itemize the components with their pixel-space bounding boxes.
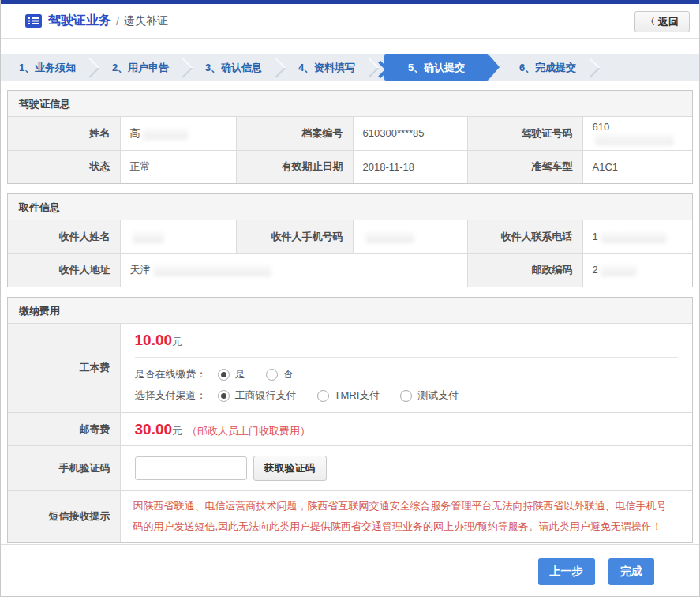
- production-fee-value: 10.00元 是否在线缴费： 是 否: [120, 324, 692, 413]
- recipient-mobile-value: [353, 220, 467, 253]
- payment-channel-question: 选择支付渠道：: [135, 389, 207, 403]
- step-3-confirm-info[interactable]: 3、确认信息: [187, 54, 280, 81]
- sms-notice-cell: 因陕西省联通、电信运营商技术问题，陕西省互联网交通安全综合服务管理平台无法向持陕…: [120, 491, 692, 543]
- online-payment-option-yes[interactable]: 是: [218, 367, 245, 381]
- radio-unchecked-icon[interactable]: [400, 390, 412, 402]
- license-info-title: 驾驶证信息: [8, 91, 692, 117]
- redacted-value: [133, 231, 164, 243]
- chevron-right-icon: [580, 58, 600, 77]
- step-2-user-declaration[interactable]: 2、用户申告: [94, 54, 187, 81]
- page: 驾驶证业务 / 遗失补证 〈 返回 1、业务须知 2、用户申告 3、确认信息 4…: [0, 0, 700, 597]
- vehicle-class-value: A1C1: [582, 150, 692, 183]
- radio-label: 工商银行支付: [235, 389, 297, 403]
- step-6-complete-submit[interactable]: 6、完成提交: [501, 54, 594, 81]
- radio-unchecked-icon[interactable]: [266, 369, 278, 381]
- step-5-confirm-submit-active[interactable]: 5、确认提交: [384, 54, 489, 81]
- sms-notice-text: 因陕西省联通、电信运营商技术问题，陕西省互联网交通安全综合服务管理平台无法向持陕…: [132, 491, 683, 542]
- redacted-value: [143, 128, 189, 140]
- step-label: 6、完成提交: [519, 61, 576, 75]
- channel-option-icbc[interactable]: 工商银行支付: [218, 389, 297, 403]
- finish-button[interactable]: 完成: [608, 558, 654, 585]
- table-row: 收件人地址 天津 邮政编码 2: [8, 253, 692, 287]
- table-row: 短信接收提示 因陕西省联通、电信运营商技术问题，陕西省互联网交通安全综合服务管理…: [8, 491, 692, 543]
- step-label: 4、资料填写: [298, 61, 355, 75]
- step-label: 3、确认信息: [205, 61, 262, 75]
- redacted-value: [595, 133, 674, 145]
- postcode-value: 2: [582, 253, 692, 287]
- recipient-address-label: 收件人地址: [8, 253, 120, 287]
- fees-section: 缴纳费用 工本费 10.00元 是否在线缴费： 是: [7, 297, 693, 543]
- redacted-value: [153, 265, 271, 276]
- postage-fee-amount: 30.00: [135, 421, 173, 437]
- payment-channel-row: 选择支付渠道： 工商银行支付 TMRI支付 测试支付: [135, 389, 679, 403]
- radio-checked-icon[interactable]: [218, 369, 230, 381]
- breadcrumb-current: 遗失补证: [124, 14, 168, 28]
- postage-fee-note: （邮政人员上门收取费用）: [187, 425, 310, 437]
- expiry-value: 2018-11-18: [353, 150, 467, 183]
- radio-label: 是: [235, 367, 245, 381]
- online-payment-option-no[interactable]: 否: [266, 367, 294, 381]
- sms-notice-label: 短信接收提示: [8, 491, 120, 543]
- production-fee-label: 工本费: [8, 324, 120, 413]
- expiry-label: 有效期止日期: [236, 150, 353, 183]
- sms-code-cell: 获取验证码: [120, 446, 692, 491]
- back-chevron-icon: 〈: [646, 15, 655, 28]
- channel-option-tmri[interactable]: TMRI支付: [317, 389, 380, 403]
- previous-step-button[interactable]: 上一步: [538, 558, 595, 585]
- page-title: 驾驶证业务: [48, 13, 111, 29]
- pickup-info-section: 取件信息 收件人姓名 收件人手机号码 收件人联系电话 1 收件人地址 天津 邮政…: [7, 193, 693, 287]
- step-label: 1、业务须知: [19, 61, 76, 75]
- page-header: 驾驶证业务 / 遗失补证 〈 返回: [1, 4, 699, 39]
- recipient-mobile-label: 收件人手机号码: [236, 220, 353, 253]
- fees-table: 工本费 10.00元 是否在线缴费： 是: [8, 324, 692, 542]
- recipient-address-value: 天津: [120, 253, 467, 287]
- sms-code-input[interactable]: [135, 456, 247, 480]
- table-row: 姓名 高 档案编号 610300****85 驾驶证号码 610: [8, 117, 692, 150]
- license-number-value: 610: [582, 117, 692, 150]
- postcode-label: 邮政编码: [467, 253, 582, 287]
- production-fee-unit: 元: [172, 336, 182, 347]
- step-1-business-notice[interactable]: 1、业务须知: [1, 54, 94, 81]
- license-number-label: 驾驶证号码: [467, 117, 582, 150]
- radio-checked-icon[interactable]: [218, 390, 230, 402]
- vehicle-class-label: 准驾车型: [467, 150, 582, 183]
- production-fee-amount: 10.00: [135, 332, 173, 348]
- sms-code-label: 手机验证码: [8, 446, 120, 491]
- back-button[interactable]: 〈 返回: [634, 11, 690, 32]
- status-value: 正常: [120, 150, 236, 183]
- pickup-info-title: 取件信息: [8, 194, 692, 220]
- table-row: 收件人姓名 收件人手机号码 收件人联系电话 1: [8, 220, 692, 253]
- file-number-value: 610300****85: [353, 117, 467, 150]
- redacted-value: [601, 231, 667, 243]
- online-payment-question-row: 是否在线缴费： 是 否: [135, 367, 679, 381]
- footer-action-bar: 上一步 完成: [1, 544, 699, 596]
- file-number-label: 档案编号: [236, 117, 353, 150]
- online-payment-question: 是否在线缴费：: [135, 367, 207, 381]
- redacted-value: [601, 265, 637, 276]
- pickup-info-table: 收件人姓名 收件人手机号码 收件人联系电话 1 收件人地址 天津 邮政编码 2: [8, 220, 692, 287]
- channel-option-test[interactable]: 测试支付: [400, 389, 459, 403]
- recipient-phone-value: 1: [582, 220, 692, 253]
- table-row: 手机验证码 获取验证码: [8, 446, 692, 491]
- step-progress-bar: 1、业务须知 2、用户申告 3、确认信息 4、资料填写 5、确认提交 6、完成提…: [1, 54, 699, 81]
- postage-fee-label: 邮寄费: [8, 413, 120, 446]
- license-business-icon: [25, 14, 42, 28]
- step-label: 5、确认提交: [408, 61, 465, 75]
- production-fee-amount-row: 10.00元: [135, 332, 679, 349]
- back-label: 返回: [658, 15, 679, 29]
- table-row: 工本费 10.00元 是否在线缴费： 是: [8, 324, 692, 413]
- license-info-section: 驾驶证信息 姓名 高 档案编号 610300****85 驾驶证号码 610 状…: [7, 90, 693, 184]
- recipient-phone-label: 收件人联系电话: [467, 220, 582, 253]
- step-4-fill-materials[interactable]: 4、资料填写: [280, 54, 373, 81]
- divider: [135, 357, 679, 358]
- radio-unchecked-icon[interactable]: [317, 390, 329, 402]
- breadcrumb-separator: /: [116, 15, 119, 28]
- radio-label: 测试支付: [417, 389, 459, 403]
- name-value: 高: [120, 117, 236, 150]
- get-sms-code-button[interactable]: 获取验证码: [253, 456, 327, 481]
- radio-label: 否: [283, 367, 294, 381]
- fees-title: 缴纳费用: [8, 298, 692, 324]
- table-row: 邮寄费 30.00元（邮政人员上门收取费用）: [8, 413, 692, 446]
- postage-fee-unit: 元: [172, 425, 182, 437]
- redacted-value: [365, 231, 414, 243]
